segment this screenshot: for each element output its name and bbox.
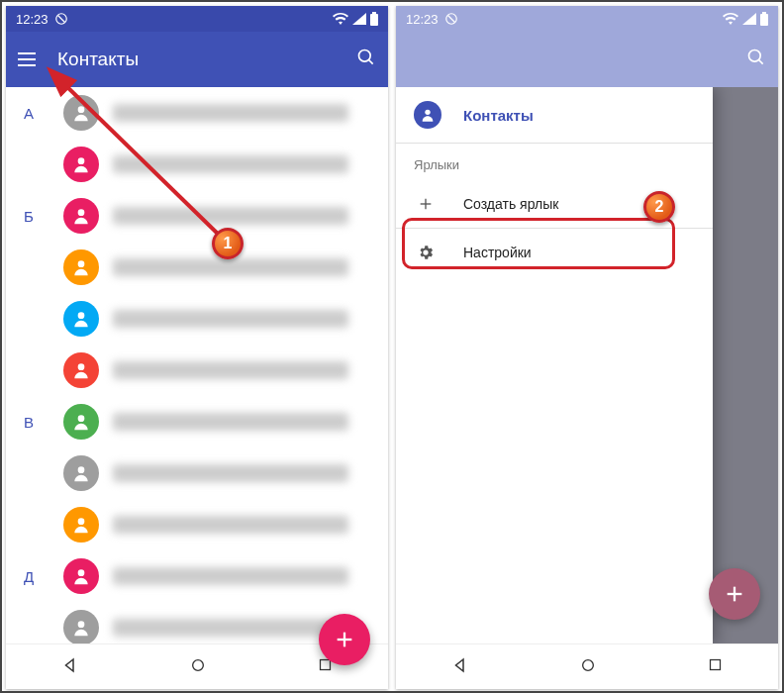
svg-point-26 [749, 50, 761, 61]
nav-back-icon[interactable] [451, 656, 469, 678]
drawer-item-text: Настройки [463, 245, 532, 260]
plus-icon [414, 196, 438, 212]
contact-name-blurred [113, 619, 348, 637]
avatar [63, 352, 99, 388]
contact-name-blurred [113, 361, 348, 379]
contact-row[interactable] [6, 345, 388, 396]
signal-icon [742, 13, 756, 25]
avatar [63, 507, 99, 543]
svg-point-9 [78, 260, 85, 267]
battery-icon [370, 12, 378, 26]
search-icon[interactable] [356, 48, 376, 72]
fab-add-contact[interactable] [319, 614, 370, 665]
avatar [63, 95, 99, 131]
svg-line-27 [759, 59, 763, 63]
contact-row[interactable] [6, 396, 388, 447]
signal-icon [352, 13, 366, 25]
svg-rect-2 [370, 14, 378, 26]
avatar [63, 610, 99, 644]
nav-recent-icon[interactable] [708, 657, 723, 676]
contact-name-blurred [113, 207, 348, 225]
contact-name-blurred [113, 155, 348, 173]
contact-row[interactable] [6, 293, 388, 345]
svg-point-6 [78, 106, 85, 113]
svg-point-8 [78, 209, 85, 216]
svg-point-12 [78, 415, 85, 422]
nav-home-icon[interactable] [580, 657, 596, 677]
drawer-item-settings[interactable]: Настройки [396, 229, 713, 276]
contact-name-blurred [113, 464, 348, 482]
android-nav-bar [396, 644, 778, 689]
no-sim-icon [444, 12, 458, 26]
no-sim-icon [54, 12, 68, 26]
drawer-title: Контакты [463, 107, 534, 124]
app-bar-dimmed [396, 32, 778, 87]
section-letter: В [24, 414, 34, 431]
contact-row[interactable] [6, 242, 388, 293]
contact-row[interactable] [6, 139, 388, 190]
hamburger-icon[interactable] [18, 50, 36, 68]
dimmed-content[interactable]: Контакты Ярлыки Создать ярлык Настройки [396, 87, 778, 644]
wifi-icon [333, 13, 348, 25]
svg-point-11 [78, 363, 85, 370]
phone-right: 12:23 Контакты Ярлыки [396, 6, 778, 689]
svg-rect-20 [320, 660, 330, 670]
section-letter: Д [24, 568, 34, 585]
gear-icon [414, 244, 438, 261]
svg-point-13 [78, 466, 85, 473]
svg-rect-34 [710, 660, 720, 670]
navigation-drawer: Контакты Ярлыки Создать ярлык Настройки [396, 87, 713, 644]
svg-point-15 [78, 569, 85, 576]
status-bar: 12:23 [396, 6, 778, 32]
svg-rect-25 [762, 12, 766, 14]
svg-point-4 [359, 50, 371, 61]
contact-row[interactable] [6, 87, 388, 139]
svg-line-5 [369, 59, 373, 63]
app-bar: Контакты [6, 32, 388, 87]
contact-row[interactable] [6, 190, 388, 242]
avatar [63, 198, 99, 234]
contact-row[interactable] [6, 499, 388, 550]
phone-left: 12:23 Контакты АБВД [6, 6, 388, 689]
contact-row[interactable] [6, 550, 388, 602]
contact-row[interactable] [6, 447, 388, 499]
annotation-callout-1: 1 [212, 228, 244, 259]
contact-name-blurred [113, 258, 348, 276]
contacts-list[interactable]: АБВД [6, 87, 388, 644]
account-icon [414, 101, 441, 129]
avatar [63, 147, 99, 182]
appbar-title: Контакты [57, 49, 139, 70]
drawer-section-label: Ярлыки [396, 144, 713, 180]
wifi-icon [723, 13, 738, 25]
avatar [63, 558, 99, 594]
status-time: 12:23 [16, 12, 49, 27]
svg-point-19 [193, 659, 204, 670]
svg-point-28 [425, 110, 430, 115]
fab-add-contact-dimmed [709, 568, 760, 620]
svg-line-23 [447, 16, 454, 23]
status-time: 12:23 [406, 12, 439, 27]
svg-point-14 [78, 518, 85, 525]
svg-point-7 [78, 157, 85, 164]
avatar [63, 301, 99, 337]
section-letter: Б [24, 208, 34, 225]
svg-line-1 [57, 16, 64, 23]
contact-name-blurred [113, 516, 348, 534]
svg-point-10 [78, 312, 85, 319]
svg-rect-24 [760, 14, 768, 26]
nav-back-icon[interactable] [61, 656, 79, 678]
drawer-item-text: Создать ярлык [463, 196, 558, 212]
battery-icon [760, 12, 768, 26]
svg-point-33 [583, 659, 594, 670]
search-icon [746, 48, 766, 72]
annotation-callout-2: 2 [643, 191, 675, 223]
drawer-header[interactable]: Контакты [396, 87, 713, 143]
contact-name-blurred [113, 104, 348, 122]
avatar [63, 404, 99, 440]
avatar [63, 249, 99, 285]
nav-home-icon[interactable] [190, 657, 206, 677]
status-bar: 12:23 [6, 6, 388, 32]
contact-name-blurred [113, 310, 348, 328]
avatar [63, 455, 99, 491]
section-letter: А [24, 105, 34, 122]
